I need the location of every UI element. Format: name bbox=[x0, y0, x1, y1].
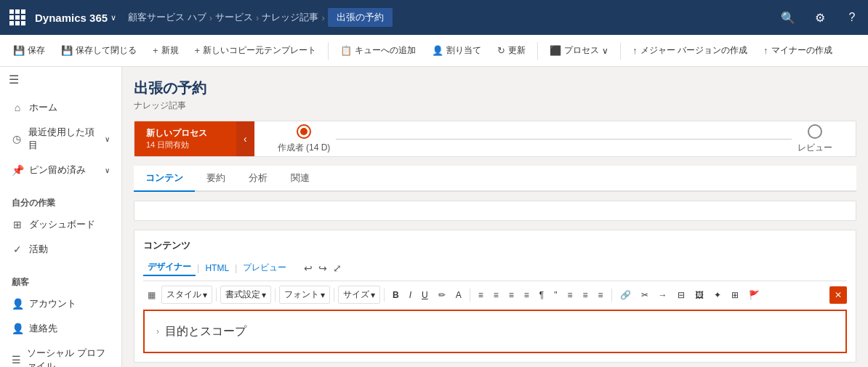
app-chevron[interactable]: ∨ bbox=[110, 13, 116, 23]
process-step-1: 作成者 (14 D) bbox=[278, 124, 331, 154]
title-input-field[interactable] bbox=[134, 201, 856, 221]
search-icon[interactable]: 🔍 bbox=[778, 7, 798, 28]
process-chevron: ∨ bbox=[602, 46, 608, 56]
rte-sep-6 bbox=[611, 289, 612, 302]
sidebar-item-dashboard[interactable]: ⊞ ダッシュボード bbox=[0, 212, 121, 237]
dashboard-icon: ⊞ bbox=[12, 219, 23, 230]
font-dropdown[interactable]: フォント ▾ bbox=[279, 286, 330, 304]
table-button[interactable]: ⊟ bbox=[673, 288, 689, 302]
image-button[interactable]: 🖼 bbox=[691, 288, 708, 302]
expand-button[interactable]: ⤢ bbox=[333, 262, 342, 274]
contact-icon: 👤 bbox=[12, 323, 23, 334]
tab-summary[interactable]: 要約 bbox=[195, 166, 237, 192]
breadcrumb-item-3[interactable]: ナレッジ記事 bbox=[262, 11, 318, 24]
style-dropdown[interactable]: スタイル ▾ bbox=[161, 286, 212, 304]
sidebar-item-account[interactable]: 👤 アカウント bbox=[0, 291, 121, 316]
new-icon: + bbox=[153, 45, 158, 56]
process-collapse-button[interactable]: ‹ bbox=[236, 121, 254, 156]
scissors-button[interactable]: ✂ bbox=[637, 288, 653, 302]
rte-sep-2 bbox=[275, 289, 276, 302]
rte-tab-sep-2: | bbox=[235, 262, 237, 273]
major-version-button[interactable]: ↑ メジャー バージョンの作成 bbox=[625, 40, 755, 61]
sidebar-toggle[interactable]: ☰ bbox=[0, 67, 121, 92]
arrow-button[interactable]: → bbox=[654, 288, 672, 302]
underline-button[interactable]: U bbox=[417, 288, 433, 302]
rte-toolbar: ▦ スタイル ▾ 書式設定 ▾ フォント ▾ サイズ ▾ bbox=[143, 286, 847, 304]
editor-area[interactable]: › 目的とスコープ bbox=[143, 310, 847, 353]
tab-analysis[interactable]: 分析 bbox=[237, 166, 279, 192]
help-icon[interactable]: ? bbox=[842, 7, 862, 28]
align-left-button[interactable]: ≡ bbox=[474, 288, 488, 302]
process-bar: 新しいプロセス 14 日間有効 ‹ 作成者 (14 D) レビュー bbox=[134, 121, 856, 157]
highlight-button[interactable]: ✏ bbox=[434, 288, 450, 302]
sidebar-item-home[interactable]: ⌂ ホーム bbox=[0, 95, 121, 120]
format-icon: ▦ bbox=[143, 288, 160, 302]
quote-button[interactable]: " bbox=[550, 288, 561, 302]
sidebar-item-recent[interactable]: ◷ 最近使用した項目 ∨ bbox=[0, 120, 121, 158]
bold-button[interactable]: B bbox=[388, 288, 403, 302]
save-close-button[interactable]: 💾 保存して閉じる bbox=[54, 40, 144, 61]
page-subtitle: ナレッジ記事 bbox=[134, 100, 856, 112]
rte-tab-preview[interactable]: プレビュー bbox=[238, 260, 291, 275]
main-layout: ☰ ⌂ ホーム ◷ 最近使用した項目 ∨ 📌 ピン留め済み ∨ 自分の作業 ⊞ … bbox=[0, 67, 868, 367]
align-center-button[interactable]: ≡ bbox=[489, 288, 503, 302]
flag-button[interactable]: 🚩 bbox=[744, 288, 764, 302]
account-icon: 👤 bbox=[12, 298, 23, 310]
format-dropdown[interactable]: 書式設定 ▾ bbox=[220, 286, 271, 304]
special-button[interactable]: ✦ bbox=[710, 288, 726, 302]
major-version-icon: ↑ bbox=[632, 45, 638, 56]
breadcrumb-active[interactable]: 出張の予約 bbox=[328, 8, 393, 27]
waffle-icon[interactable] bbox=[6, 6, 29, 29]
breadcrumb-sep-1: › bbox=[209, 12, 212, 23]
assign-icon: 👤 bbox=[432, 45, 443, 56]
list-ul-button[interactable]: ≡ bbox=[505, 288, 518, 302]
sidebar-item-activity[interactable]: ✓ 活動 bbox=[0, 237, 121, 262]
copy-template-button[interactable]: + 新しいコピー元テンプレート bbox=[188, 40, 324, 61]
recent-icon: ◷ bbox=[12, 133, 23, 145]
rte-tab-bar: デザイナー | HTML | プレビュー ↩ ↪ ⤢ bbox=[143, 259, 847, 281]
queue-button[interactable]: 📋 キューへの追加 bbox=[333, 40, 423, 61]
pinned-chevron: ∨ bbox=[105, 166, 110, 174]
italic-button[interactable]: I bbox=[405, 288, 416, 302]
process-steps: 作成者 (14 D) レビュー bbox=[254, 124, 856, 154]
undo-button[interactable]: ↩ bbox=[304, 262, 313, 274]
size-chevron: ▾ bbox=[371, 290, 375, 300]
minor-version-button[interactable]: ↑ マイナーの作成 bbox=[756, 40, 840, 61]
editor-expand-icon: › bbox=[156, 326, 159, 336]
new-button[interactable]: + 新規 bbox=[145, 40, 186, 61]
align-right-button[interactable]: ≡ bbox=[563, 288, 576, 302]
style-chevron: ▾ bbox=[203, 290, 207, 300]
grid-button[interactable]: ⊞ bbox=[727, 288, 743, 302]
sidebar-section-mywork: 自分の作業 ⊞ ダッシュボード ✓ 活動 bbox=[0, 185, 121, 265]
sidebar-item-pinned[interactable]: 📌 ピン留め済み ∨ bbox=[0, 158, 121, 182]
rte-tab-designer[interactable]: デザイナー bbox=[143, 259, 196, 276]
redo-button[interactable]: ↪ bbox=[318, 262, 327, 274]
list-ol-button[interactable]: ≡ bbox=[520, 288, 534, 302]
sidebar-item-social[interactable]: ☰ ソーシャル プロファイル bbox=[0, 341, 121, 367]
align-top-button[interactable]: ≡ bbox=[594, 288, 608, 302]
sidebar-section-customer: 顧客 👤 アカウント 👤 連絡先 ☰ ソーシャル プロファイル bbox=[0, 265, 121, 367]
save-button[interactable]: 💾 保存 bbox=[6, 40, 52, 61]
refresh-button[interactable]: ↻ 更新 bbox=[490, 40, 533, 61]
sidebar-item-contact[interactable]: 👤 連絡先 bbox=[0, 316, 121, 341]
rte-tab-html[interactable]: HTML bbox=[201, 262, 233, 275]
process-button[interactable]: ⬛ プロセス ∨ bbox=[542, 40, 616, 61]
refresh-icon: ↻ bbox=[497, 45, 505, 56]
rte-sep-3 bbox=[334, 289, 334, 302]
outdent-button[interactable]: ¶ bbox=[535, 288, 548, 302]
assign-button[interactable]: 👤 割り当て bbox=[425, 40, 489, 61]
save-close-icon: 💾 bbox=[61, 45, 73, 56]
size-dropdown[interactable]: サイズ ▾ bbox=[338, 286, 380, 304]
breadcrumb-item-2[interactable]: サービス bbox=[215, 11, 253, 24]
link-button[interactable]: 🔗 bbox=[616, 288, 635, 302]
customer-label: 顧客 bbox=[0, 267, 121, 291]
rte-fullscreen-button[interactable]: ✕ bbox=[829, 286, 847, 304]
tab-content[interactable]: コンテン bbox=[134, 166, 195, 192]
pin-icon: 📌 bbox=[12, 164, 23, 176]
justify-button[interactable]: ≡ bbox=[579, 288, 592, 302]
tab-related[interactable]: 関連 bbox=[279, 166, 321, 192]
content-area: 出張の予約 ナレッジ記事 新しいプロセス 14 日間有効 ‹ 作成者 (14 D… bbox=[122, 67, 868, 367]
breadcrumb-item-1[interactable]: 顧客サービス ハブ bbox=[128, 11, 206, 24]
font-color-button[interactable]: A bbox=[451, 288, 466, 302]
settings-icon[interactable]: ⚙ bbox=[810, 7, 830, 28]
